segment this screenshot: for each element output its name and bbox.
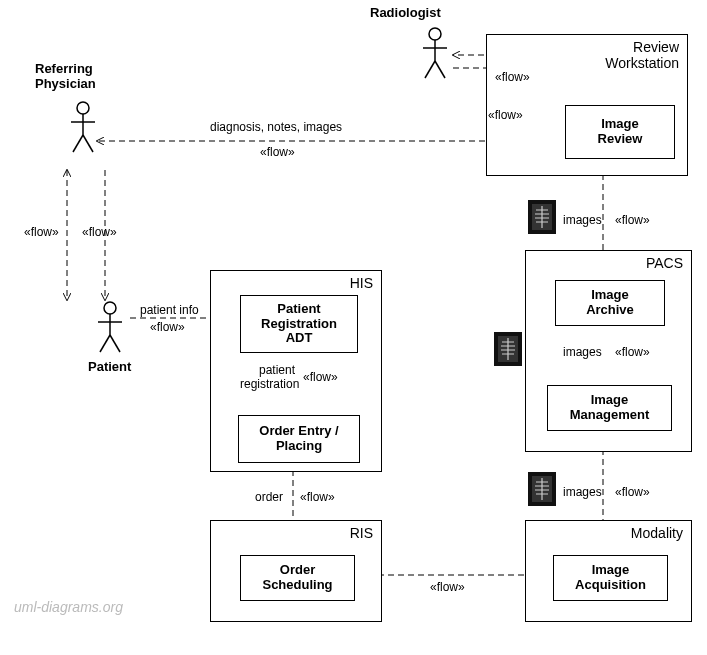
patient-registration-box: PatientRegistrationADT	[240, 295, 358, 353]
flow-rp-pt-stereo2: «flow»	[82, 225, 117, 239]
flow-patientinfo-label: patient info	[140, 303, 199, 317]
flow-arch-rev-stereo: «flow»	[615, 213, 650, 227]
svg-line-4	[435, 61, 445, 78]
flow-order-stereo: «flow»	[300, 490, 335, 504]
flow-patientinfo-stereo: «flow»	[150, 320, 185, 334]
image-acquisition-box: ImageAcquisition	[553, 555, 668, 601]
image-archive-box: ImageArchive	[555, 280, 665, 326]
order-scheduling-box: OrderScheduling	[240, 555, 355, 601]
patient-actor	[95, 300, 125, 355]
xray-icon	[528, 200, 556, 234]
referring-physician-actor	[68, 100, 98, 155]
flow-dni-label: diagnosis, notes, images	[210, 120, 342, 134]
svg-line-3	[425, 61, 435, 78]
flow-patientreg-stereo: «flow»	[303, 370, 338, 384]
flow-acq-mgmt-stereo: «flow»	[615, 485, 650, 499]
flow-mgmt-arch-stereo: «flow»	[615, 345, 650, 359]
radiologist-actor	[420, 26, 450, 81]
svg-line-9	[83, 135, 93, 152]
svg-point-10	[104, 302, 116, 314]
flow-arch-rev-images: images	[563, 213, 602, 227]
patient-label: Patient	[88, 360, 131, 375]
referring-physician-label: ReferringPhysician	[35, 62, 96, 92]
flow-sched-acq-stereo: «flow»	[430, 580, 465, 594]
svg-point-5	[77, 102, 89, 114]
radiologist-label: Radiologist	[370, 6, 441, 21]
image-review-box: ImageReview	[565, 105, 675, 159]
flow-dni-stereo: «flow»	[260, 145, 295, 159]
watermark: uml-diagrams.org	[14, 599, 123, 615]
order-entry-box: Order Entry /Placing	[238, 415, 360, 463]
xray-icon	[528, 472, 556, 506]
flow-rad-ws-stereo2: «flow»	[488, 108, 523, 122]
ris-title: RIS	[350, 525, 373, 541]
flow-mgmt-arch-images: images	[563, 345, 602, 359]
his-title: HIS	[350, 275, 373, 291]
flow-rad-ws-stereo1: «flow»	[495, 70, 530, 84]
flow-order-label: order	[255, 490, 283, 504]
svg-line-8	[73, 135, 83, 152]
xray-icon	[494, 332, 522, 366]
review-workstation-title: ReviewWorkstation	[605, 39, 679, 71]
svg-line-14	[110, 335, 120, 352]
flow-acq-mgmt-images: images	[563, 485, 602, 499]
modality-title: Modality	[631, 525, 683, 541]
flow-patientreg-label: patientregistration	[240, 363, 295, 392]
flow-rp-pt-stereo1: «flow»	[24, 225, 59, 239]
pacs-title: PACS	[646, 255, 683, 271]
image-management-box: ImageManagement	[547, 385, 672, 431]
svg-point-0	[429, 28, 441, 40]
svg-line-13	[100, 335, 110, 352]
